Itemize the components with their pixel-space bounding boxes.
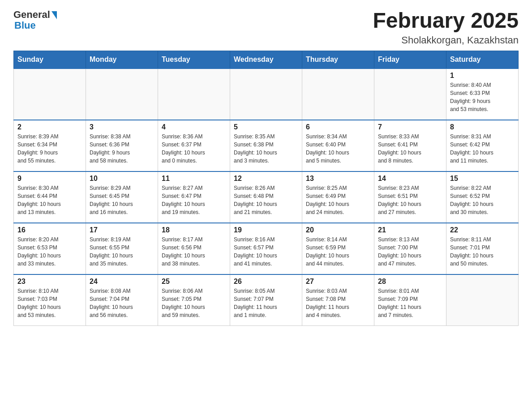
title-area: February 2025 Sholakkorgan, Kazakhstan bbox=[373, 9, 519, 46]
calendar-cell: 17Sunrise: 8:19 AM Sunset: 6:55 PM Dayli… bbox=[86, 223, 158, 274]
weekday-header-sunday: Sunday bbox=[14, 51, 86, 68]
week-row-3: 9Sunrise: 8:30 AM Sunset: 6:44 PM Daylig… bbox=[14, 171, 519, 223]
day-number: 5 bbox=[234, 123, 298, 131]
day-info: Sunrise: 8:31 AM Sunset: 6:42 PM Dayligh… bbox=[450, 133, 515, 165]
calendar-cell bbox=[86, 68, 158, 120]
day-number: 18 bbox=[162, 226, 226, 234]
day-info: Sunrise: 8:40 AM Sunset: 6:33 PM Dayligh… bbox=[450, 81, 515, 113]
day-info: Sunrise: 8:30 AM Sunset: 6:44 PM Dayligh… bbox=[17, 184, 82, 216]
day-info: Sunrise: 8:11 AM Sunset: 7:01 PM Dayligh… bbox=[450, 235, 515, 268]
calendar-cell: 21Sunrise: 8:13 AM Sunset: 7:00 PM Dayli… bbox=[374, 223, 446, 274]
day-number: 26 bbox=[234, 278, 298, 286]
calendar-cell: 12Sunrise: 8:26 AM Sunset: 6:48 PM Dayli… bbox=[230, 171, 302, 223]
page-header: General Blue February 2025 Sholakkorgan,… bbox=[13, 9, 519, 46]
calendar-cell: 4Sunrise: 8:36 AM Sunset: 6:37 PM Daylig… bbox=[158, 120, 230, 171]
calendar-cell: 10Sunrise: 8:29 AM Sunset: 6:45 PM Dayli… bbox=[86, 171, 158, 223]
calendar-cell: 1Sunrise: 8:40 AM Sunset: 6:33 PM Daylig… bbox=[446, 68, 519, 120]
day-info: Sunrise: 8:34 AM Sunset: 6:40 PM Dayligh… bbox=[306, 133, 370, 165]
calendar-cell: 19Sunrise: 8:16 AM Sunset: 6:57 PM Dayli… bbox=[230, 223, 302, 274]
calendar-cell bbox=[14, 68, 86, 120]
day-info: Sunrise: 8:10 AM Sunset: 7:03 PM Dayligh… bbox=[17, 287, 82, 319]
day-number: 8 bbox=[450, 123, 515, 131]
day-info: Sunrise: 8:13 AM Sunset: 7:00 PM Dayligh… bbox=[378, 235, 442, 268]
calendar-cell: 27Sunrise: 8:03 AM Sunset: 7:08 PM Dayli… bbox=[302, 274, 374, 326]
day-info: Sunrise: 8:27 AM Sunset: 6:47 PM Dayligh… bbox=[162, 184, 226, 216]
day-number: 12 bbox=[234, 175, 298, 183]
day-info: Sunrise: 8:16 AM Sunset: 6:57 PM Dayligh… bbox=[234, 235, 298, 268]
day-info: Sunrise: 8:08 AM Sunset: 7:04 PM Dayligh… bbox=[90, 287, 154, 319]
logo-arrow-icon bbox=[51, 11, 57, 19]
day-number: 2 bbox=[17, 123, 82, 131]
calendar-cell: 13Sunrise: 8:25 AM Sunset: 6:49 PM Dayli… bbox=[302, 171, 374, 223]
week-row-1: 1Sunrise: 8:40 AM Sunset: 6:33 PM Daylig… bbox=[14, 68, 519, 120]
logo: General Blue bbox=[13, 9, 57, 31]
day-number: 27 bbox=[306, 278, 370, 286]
day-info: Sunrise: 8:05 AM Sunset: 7:07 PM Dayligh… bbox=[234, 287, 298, 319]
day-number: 1 bbox=[450, 72, 515, 80]
calendar-cell: 24Sunrise: 8:08 AM Sunset: 7:04 PM Dayli… bbox=[86, 274, 158, 326]
calendar-cell bbox=[158, 68, 230, 120]
weekday-header-monday: Monday bbox=[86, 51, 158, 68]
calendar-cell bbox=[230, 68, 302, 120]
day-number: 22 bbox=[450, 226, 515, 234]
day-number: 28 bbox=[378, 278, 442, 286]
week-row-2: 2Sunrise: 8:39 AM Sunset: 6:34 PM Daylig… bbox=[14, 120, 519, 171]
day-number: 7 bbox=[378, 123, 442, 131]
weekday-header-tuesday: Tuesday bbox=[158, 51, 230, 68]
day-number: 19 bbox=[234, 226, 298, 234]
day-number: 6 bbox=[306, 123, 370, 131]
day-info: Sunrise: 8:36 AM Sunset: 6:37 PM Dayligh… bbox=[162, 133, 226, 165]
week-row-4: 16Sunrise: 8:20 AM Sunset: 6:53 PM Dayli… bbox=[14, 223, 519, 274]
day-info: Sunrise: 8:23 AM Sunset: 6:51 PM Dayligh… bbox=[378, 184, 442, 216]
day-number: 15 bbox=[450, 175, 515, 183]
day-number: 3 bbox=[90, 123, 154, 131]
calendar-cell: 18Sunrise: 8:17 AM Sunset: 6:56 PM Dayli… bbox=[158, 223, 230, 274]
weekday-header-saturday: Saturday bbox=[446, 51, 519, 68]
day-number: 21 bbox=[378, 226, 442, 234]
weekday-header-thursday: Thursday bbox=[302, 51, 374, 68]
calendar-cell: 23Sunrise: 8:10 AM Sunset: 7:03 PM Dayli… bbox=[14, 274, 86, 326]
calendar-cell bbox=[446, 274, 519, 326]
day-number: 23 bbox=[17, 278, 82, 286]
weekday-header-friday: Friday bbox=[374, 51, 446, 68]
day-info: Sunrise: 8:19 AM Sunset: 6:55 PM Dayligh… bbox=[90, 235, 154, 268]
calendar-table: SundayMondayTuesdayWednesdayThursdayFrid… bbox=[13, 51, 519, 326]
calendar-cell: 11Sunrise: 8:27 AM Sunset: 6:47 PM Dayli… bbox=[158, 171, 230, 223]
calendar-cell: 20Sunrise: 8:14 AM Sunset: 6:59 PM Dayli… bbox=[302, 223, 374, 274]
day-info: Sunrise: 8:26 AM Sunset: 6:48 PM Dayligh… bbox=[234, 184, 298, 216]
calendar-cell: 8Sunrise: 8:31 AM Sunset: 6:42 PM Daylig… bbox=[446, 120, 519, 171]
day-info: Sunrise: 8:33 AM Sunset: 6:41 PM Dayligh… bbox=[378, 133, 442, 165]
day-info: Sunrise: 8:20 AM Sunset: 6:53 PM Dayligh… bbox=[17, 235, 82, 268]
day-info: Sunrise: 8:39 AM Sunset: 6:34 PM Dayligh… bbox=[17, 133, 82, 165]
day-info: Sunrise: 8:14 AM Sunset: 6:59 PM Dayligh… bbox=[306, 235, 370, 268]
calendar-cell: 14Sunrise: 8:23 AM Sunset: 6:51 PM Dayli… bbox=[374, 171, 446, 223]
calendar-cell: 9Sunrise: 8:30 AM Sunset: 6:44 PM Daylig… bbox=[14, 171, 86, 223]
day-info: Sunrise: 8:25 AM Sunset: 6:49 PM Dayligh… bbox=[306, 184, 370, 216]
calendar-cell: 7Sunrise: 8:33 AM Sunset: 6:41 PM Daylig… bbox=[374, 120, 446, 171]
day-info: Sunrise: 8:29 AM Sunset: 6:45 PM Dayligh… bbox=[90, 184, 154, 216]
weekday-header-row: SundayMondayTuesdayWednesdayThursdayFrid… bbox=[14, 51, 519, 68]
day-number: 13 bbox=[306, 175, 370, 183]
calendar-cell: 26Sunrise: 8:05 AM Sunset: 7:07 PM Dayli… bbox=[230, 274, 302, 326]
day-info: Sunrise: 8:38 AM Sunset: 6:36 PM Dayligh… bbox=[90, 133, 154, 165]
day-number: 20 bbox=[306, 226, 370, 234]
day-number: 4 bbox=[162, 123, 226, 131]
day-number: 24 bbox=[90, 278, 154, 286]
logo-blue-text: Blue bbox=[13, 20, 36, 31]
day-info: Sunrise: 8:22 AM Sunset: 6:52 PM Dayligh… bbox=[450, 184, 515, 216]
calendar-cell: 25Sunrise: 8:06 AM Sunset: 7:05 PM Dayli… bbox=[158, 274, 230, 326]
day-number: 16 bbox=[17, 226, 82, 234]
day-info: Sunrise: 8:03 AM Sunset: 7:08 PM Dayligh… bbox=[306, 287, 370, 319]
day-number: 17 bbox=[90, 226, 154, 234]
calendar-cell: 2Sunrise: 8:39 AM Sunset: 6:34 PM Daylig… bbox=[14, 120, 86, 171]
day-info: Sunrise: 8:06 AM Sunset: 7:05 PM Dayligh… bbox=[162, 287, 226, 319]
day-number: 11 bbox=[162, 175, 226, 183]
calendar-cell: 3Sunrise: 8:38 AM Sunset: 6:36 PM Daylig… bbox=[86, 120, 158, 171]
week-row-5: 23Sunrise: 8:10 AM Sunset: 7:03 PM Dayli… bbox=[14, 274, 519, 326]
calendar-cell bbox=[374, 68, 446, 120]
location-text: Sholakkorgan, Kazakhstan bbox=[373, 34, 519, 46]
day-info: Sunrise: 8:01 AM Sunset: 7:09 PM Dayligh… bbox=[378, 287, 442, 319]
day-info: Sunrise: 8:17 AM Sunset: 6:56 PM Dayligh… bbox=[162, 235, 226, 268]
day-number: 14 bbox=[378, 175, 442, 183]
calendar-cell bbox=[302, 68, 374, 120]
